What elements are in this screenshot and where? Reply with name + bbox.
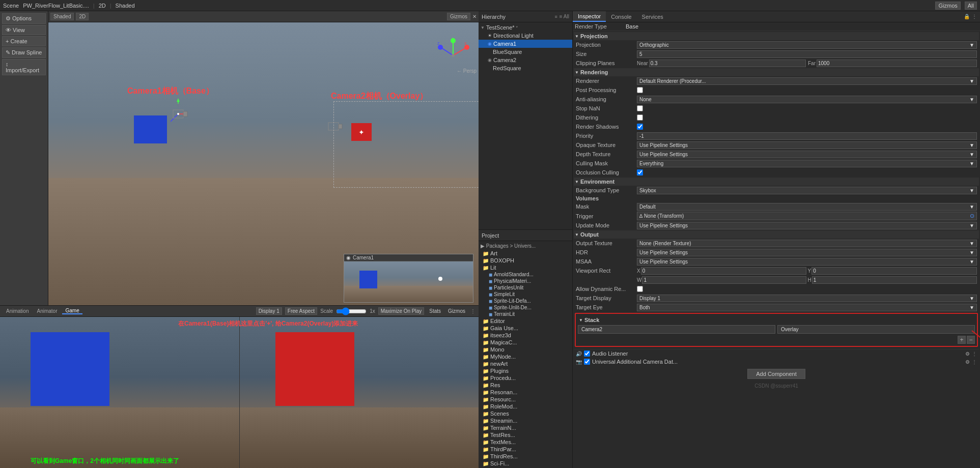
scene-menu-item[interactable]: Scene: [3, 3, 19, 9]
stack-add-button[interactable]: +: [958, 336, 966, 344]
renderer-dropdown[interactable]: Default Renderer (Procedur...▼: [637, 77, 977, 85]
packages-section[interactable]: ▶ Packages > Univers...: [479, 242, 572, 250]
project-folder-editor[interactable]: 📁Editor: [479, 317, 572, 325]
post-processing-checkbox[interactable]: [637, 87, 643, 93]
urp-camera-checkbox[interactable]: [584, 359, 590, 365]
project-folder-terrainn[interactable]: 📁TerrainN...: [479, 424, 572, 431]
project-folder-lit[interactable]: 📁Lit: [479, 264, 572, 271]
hierarchy-item-redsquare[interactable]: RedSquare: [479, 64, 572, 72]
stop-nan-checkbox[interactable]: [637, 105, 643, 111]
project-folder-mono[interactable]: 📁Mono: [479, 346, 572, 353]
audio-listener-menu-icon[interactable]: ⋮: [972, 351, 977, 357]
2d-mode-btn[interactable]: 2D: [76, 13, 89, 20]
draw-spline-button[interactable]: ✎ Draw Spline: [2, 47, 46, 58]
project-folder-rolemod[interactable]: 📁RoleMod...: [479, 403, 572, 410]
urp-settings-icon[interactable]: ⚙: [965, 359, 970, 365]
game-menu-icon[interactable]: ⋮: [470, 308, 475, 314]
dithering-checkbox[interactable]: [637, 114, 643, 121]
scale-slider[interactable]: [336, 309, 367, 314]
project-folder-procedu[interactable]: 📁Procedu...: [479, 374, 572, 382]
stack-remove-button[interactable]: −: [967, 336, 975, 344]
rendering-section-header[interactable]: ▼ Rendering: [574, 68, 979, 76]
viewport-w-input[interactable]: 1: [642, 276, 806, 284]
console-tab[interactable]: Console: [606, 11, 636, 22]
projection-section-header[interactable]: ▼ Projection: [574, 32, 979, 40]
stack-camera2-cell[interactable]: Camera2: [578, 325, 775, 334]
hierarchy-item-directional-light[interactable]: ☀ Directional Light: [479, 32, 572, 40]
stats-btn[interactable]: Stats: [427, 308, 443, 314]
project-item-physicalmaterial[interactable]: ◼PhysicalMateri...: [479, 278, 572, 284]
project-folder-resonan[interactable]: 📁Resonan...: [479, 389, 572, 396]
trigger-field[interactable]: ∆ None (Transform) ⊙: [637, 212, 977, 220]
shaded-btn[interactable]: Shaded: [50, 13, 74, 20]
maximize-btn[interactable]: Maximize On Play: [378, 307, 425, 315]
camera1-gizmo[interactable]: [158, 99, 199, 130]
depth-texture-dropdown[interactable]: Use Pipeline Settings▼: [637, 151, 977, 158]
culling-mask-dropdown[interactable]: Everything▼: [637, 160, 977, 167]
environment-section-header[interactable]: ▼ Environment: [574, 178, 979, 186]
project-folder-thirdpar[interactable]: 📁ThirdPar...: [479, 446, 572, 453]
update-mode-dropdown[interactable]: Use Pipeline Settings▼: [637, 222, 977, 229]
options-button[interactable]: ⚙ Options: [2, 13, 46, 24]
project-folder-plugins[interactable]: 📁Plugins: [479, 367, 572, 374]
project-folder-scifi[interactable]: 📁Sci-Fi...: [479, 460, 572, 467]
project-folder-thirdres[interactable]: 📁ThirdRes...: [479, 453, 572, 460]
animator-tab[interactable]: Animator: [34, 308, 60, 314]
project-folder-art[interactable]: 📁Art: [479, 250, 572, 257]
project-folder-newart[interactable]: 📁newArt: [479, 360, 572, 367]
project-item-particlesunlit[interactable]: ◼ParticlesUnlit: [479, 284, 572, 291]
viewport-x-input[interactable]: 0: [641, 267, 806, 275]
game-gizmos-btn[interactable]: Gizmos: [446, 308, 467, 314]
hierarchy-item-testscene[interactable]: ▼ TestScene* *: [479, 23, 572, 32]
project-folder-itseez3d[interactable]: 📁itseez3d: [479, 332, 572, 339]
msaa-dropdown[interactable]: Use Pipeline Settings▼: [637, 258, 977, 266]
inspector-lock-icon[interactable]: 🔒: [964, 14, 970, 19]
near-input[interactable]: 0.3: [649, 60, 806, 67]
audio-listener-settings-icon[interactable]: ⚙: [965, 351, 970, 357]
output-section-header[interactable]: ▼ Output: [574, 230, 979, 239]
all-dropdown[interactable]: All: [965, 2, 977, 10]
target-display-dropdown[interactable]: Display 1▼: [637, 295, 977, 302]
output-texture-dropdown[interactable]: None (Render Texture)▼: [637, 240, 977, 247]
project-item-arnoldstandard[interactable]: ◼ArnoldStandard...: [479, 271, 572, 278]
project-folder-boxoph[interactable]: 📁BOXOPH: [479, 257, 572, 264]
project-folder-gaiaue[interactable]: 📁Gaia Use...: [479, 325, 572, 332]
inspector-tab[interactable]: Inspector: [573, 11, 606, 22]
project-folder-magicac[interactable]: 📁MagicaC...: [479, 339, 572, 346]
stack-overlay-cell[interactable]: Overlay: [777, 325, 975, 334]
project-folder-testres[interactable]: 📁TestRes...: [479, 431, 572, 438]
project-item-spriteunlit[interactable]: ◼Sprite-Unlit-De...: [479, 304, 572, 311]
size-input[interactable]: 5: [637, 50, 977, 58]
view-button[interactable]: 👁 View: [2, 25, 46, 35]
far-input[interactable]: 1000: [817, 60, 977, 67]
create-button[interactable]: + Create: [2, 36, 46, 46]
import-export-button[interactable]: ↕ Import/Export: [2, 59, 46, 75]
add-component-button[interactable]: Add Component: [747, 369, 805, 379]
close-scene-btn[interactable]: ✕: [472, 14, 477, 19]
2d-btn[interactable]: 2D: [99, 3, 106, 9]
render-shadows-checkbox[interactable]: [637, 124, 643, 130]
project-item-spritelitdefa[interactable]: ◼Sprite-Lit-Defa...: [479, 298, 572, 304]
game-tab[interactable]: Game: [62, 308, 82, 314]
gizmos-btn[interactable]: Gizmos: [935, 2, 960, 10]
display-dropdown[interactable]: Display 1: [256, 307, 282, 315]
viewport-h-input[interactable]: 1: [812, 276, 977, 284]
priority-input[interactable]: -1: [637, 132, 977, 140]
stack-section-header[interactable]: ▼ Stack: [578, 316, 975, 324]
project-folder-resourc[interactable]: 📁Resourc...: [479, 396, 572, 403]
allow-dynamic-checkbox[interactable]: [637, 286, 643, 292]
services-tab[interactable]: Services: [637, 11, 668, 22]
aspect-dropdown[interactable]: Free Aspect: [285, 307, 317, 315]
viewport-y-input[interactable]: 0: [811, 267, 977, 275]
hierarchy-item-bluesquare[interactable]: BlueSquare: [479, 48, 572, 56]
hierarchy-search[interactable]: ≡ All: [559, 14, 569, 19]
inspector-menu-icon[interactable]: ⋮: [972, 14, 977, 19]
hdr-dropdown[interactable]: Use Pipeline Settings▼: [637, 249, 977, 256]
opaque-texture-dropdown[interactable]: Use Pipeline Settings▼: [637, 141, 977, 149]
anti-aliasing-dropdown[interactable]: None▼: [637, 96, 977, 103]
occlusion-culling-checkbox[interactable]: [637, 169, 643, 175]
project-item-terrainlit[interactable]: ◼TerrainLit: [479, 311, 572, 317]
project-folder-res[interactable]: 📁Res: [479, 382, 572, 389]
project-item-simplelit[interactable]: ◼SimpleLit: [479, 291, 572, 298]
bg-type-dropdown[interactable]: Skybox▼: [637, 187, 977, 194]
